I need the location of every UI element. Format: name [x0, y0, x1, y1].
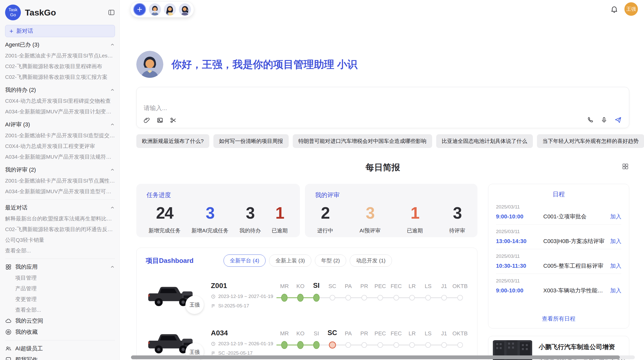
member-avatar-2[interactable]: [164, 3, 176, 16]
section-title: Agent已办 (3): [5, 41, 39, 49]
join-link[interactable]: 加入: [610, 237, 621, 245]
stat-label: 进行中: [317, 227, 333, 234]
sidebar-item[interactable]: Z001-全新燃油轻卡产品开发项目SI造型提交物评审: [5, 130, 115, 141]
sidebar-item[interactable]: Z001-全新燃油轻卡产品开发项目SI节点属性5D文件评审: [5, 175, 115, 186]
milestone-LR: LR: [404, 280, 420, 303]
suggestion-chip[interactable]: 比亚迪全固态电池计划具体说了什么: [436, 134, 533, 148]
sidebar-item-cloud-space[interactable]: 我的云空间: [5, 315, 115, 326]
sidebar-item[interactable]: 解释最新出台的欧盟报废车法规再生塑料比例被调至15%...: [5, 213, 115, 224]
stat-value: 3: [192, 204, 229, 222]
section-title: 最近对话: [5, 204, 27, 212]
paperclip-icon[interactable]: [143, 117, 150, 124]
sidebar-item[interactable]: Z001-全新燃油皮卡产品开发项目SI节点Lesson Learn报告: [5, 50, 115, 61]
member-avatar-3[interactable]: [179, 3, 191, 16]
clock-icon: [211, 341, 216, 346]
sidebar-item[interactable]: C02-飞腾新能源轻客改款项目立项汇报方案: [5, 72, 115, 82]
join-link[interactable]: 加入: [610, 213, 621, 220]
join-link[interactable]: 加入: [610, 287, 621, 294]
milestone-label: LS: [425, 328, 432, 340]
tab-new-platform[interactable]: 全新平台 (4): [224, 254, 266, 267]
project-dates: 2023-12-19 ~ 2026-01-19: [211, 341, 274, 347]
milestone-label: SI: [314, 328, 319, 340]
section-header-my-review[interactable]: 我的评审 (2): [5, 164, 115, 175]
bell-icon[interactable]: [610, 5, 618, 13]
stat-ai-prereview: 3 AI预评审: [359, 204, 380, 234]
horizontal-scrollbar[interactable]: [131, 355, 635, 359]
section-header-my-todo[interactable]: 我的待办 (2): [5, 84, 115, 96]
scissors-icon[interactable]: [170, 117, 177, 124]
suggestion-chip[interactable]: 特朗普可能对进口汽车增税会对中国车企造成哪些影响: [293, 134, 432, 148]
sidebar-item[interactable]: 公司Q3轻卡销量: [5, 235, 115, 245]
send-icon[interactable]: [614, 116, 622, 124]
section-my-review: 我的评审 (2) Z001-全新燃油轻卡产品开发项目SI节点属性5D文件评审 A…: [5, 164, 115, 197]
view-all-schedules-link[interactable]: 查看所有日程: [496, 312, 621, 324]
stat-pending-review: 3 待评审: [449, 204, 465, 234]
section-header-agent-done[interactable]: Agent已办 (3): [5, 39, 115, 50]
stat-label: AI预评审: [359, 227, 380, 234]
schedule-card: 日程 2025/03/11 9:00-10:00 C001-立项审批会 加入 2…: [488, 184, 629, 328]
section-my-todo: 我的待办 (2) C0X4-动力总成开发项目SI里程碑提交物检查 A034-全新…: [5, 84, 115, 117]
user-avatar[interactable]: 王强: [624, 2, 638, 16]
section-header-ai-review[interactable]: AI评审 (3): [5, 119, 115, 130]
member-avatar-1[interactable]: [149, 3, 161, 16]
suggestion-chip[interactable]: 当下年轻人对汽车外观有怎样的喜好趋势: [537, 134, 644, 148]
scrollbar-thumb[interactable]: [131, 355, 620, 359]
sidebar-item-help-write[interactable]: 帮我写作: [5, 354, 115, 360]
collapse-sidebar-icon[interactable]: [108, 9, 115, 16]
milestone-label: SC: [328, 280, 336, 293]
phone-icon[interactable]: [587, 116, 594, 124]
milestone-label: FEC: [391, 328, 402, 340]
project-row-z001[interactable]: 王强 Z001 2023-12-19 ~ 2027-01-19 SI-2025-…: [146, 276, 468, 314]
card-title: 任务进度: [147, 191, 290, 199]
briefing-right-column: 日程 2025/03/11 9:00-10:00 C001-立项审批会 加入 2…: [488, 184, 629, 360]
sidebar-item[interactable]: A034-全新新能源MUV产品开发项目法规符合性评审: [5, 152, 115, 162]
new-chat-button[interactable]: + 新对话: [5, 25, 115, 37]
sidebar-item[interactable]: C02-飞腾新能源轻客改款项目里程碑画布: [5, 61, 115, 72]
milestone-label: KO: [296, 280, 304, 293]
sidebar-item-product-mgmt[interactable]: 产品管理: [5, 283, 115, 294]
tab-powertrain[interactable]: 动总开发 (1): [350, 254, 392, 267]
my-apps-label: 我的应用: [15, 263, 106, 271]
layout-grid-icon[interactable]: [622, 163, 629, 170]
image-icon[interactable]: [156, 117, 164, 124]
project-dates: 2023-12-19 ~ 2027-01-19: [211, 294, 274, 299]
chevron-up-icon: [110, 264, 115, 269]
schedule-time: 13:00-14:30: [496, 238, 537, 245]
sidebar-item-my-apps[interactable]: 我的应用: [5, 261, 115, 273]
sidebar-item[interactable]: A034-全新新能源MUV产品开发项目计划变更表编写: [5, 106, 115, 117]
schedule-name: C003|H0B-方案冻结评审: [543, 237, 606, 245]
sidebar-item-project-mgmt[interactable]: 项目管理: [5, 273, 115, 283]
milestone-dot: [361, 342, 367, 348]
suggestion-chip[interactable]: 欧洲新规最近颁布了什么?: [136, 134, 209, 148]
milestone-dot: [361, 295, 367, 301]
tab-new-body[interactable]: 全新上装 (3): [269, 254, 311, 267]
mic-icon[interactable]: [601, 116, 608, 124]
sidebar-item[interactable]: A034-全新新能源MUV产品开发项目造型可行性评审: [5, 186, 115, 197]
sidebar-item[interactable]: C02-飞腾新能源轻客改款项目的闭环通告反馈情况: [5, 224, 115, 235]
tab-year-model[interactable]: 年型 (2): [315, 254, 346, 267]
stat-label: 我的待办: [239, 227, 261, 234]
sidebar-divider: [5, 259, 115, 259]
view-all-apps-link[interactable]: 查看全部...: [5, 305, 115, 315]
sidebar-item-change-mgmt[interactable]: 变更管理: [5, 294, 115, 305]
milestone-label: OKTB: [452, 280, 468, 293]
suggestion-chip[interactable]: 如何写一份清晰的项目周报: [213, 134, 289, 148]
section-header-recent-chats[interactable]: 最近对话: [5, 202, 115, 213]
sidebar-item[interactable]: C0X4-动力总成开发项目工程变更评审: [5, 141, 115, 152]
join-link[interactable]: 加入: [610, 262, 621, 270]
project-row-a034[interactable]: 王强 A034 2023-12-19 ~ 2026-01-19 SC -2025…: [146, 324, 468, 360]
milestone-dot: [313, 341, 319, 349]
project-info: Z001 2023-12-19 ~ 2027-01-19 SI-2025-05-…: [211, 282, 274, 309]
people-icon: [5, 345, 12, 352]
chat-input-box[interactable]: 请输入...: [136, 87, 629, 128]
dashboard-header: 项目Dashboard 全新平台 (4) 全新上装 (3) 年型 (2) 动总开…: [146, 254, 468, 267]
milestone-LR: LR: [404, 328, 420, 350]
add-member-button[interactable]: [133, 3, 146, 16]
sidebar-item[interactable]: C0X4-动力总成开发项目SI里程碑提交物检查: [5, 96, 115, 106]
sidebar-item-ai-staff[interactable]: AI超级员工: [5, 343, 115, 354]
view-all-chats-link[interactable]: 查看全部...: [5, 245, 115, 256]
milestone-dot: [345, 342, 351, 348]
project-name: A034: [211, 329, 274, 337]
sidebar-item-favorites[interactable]: 我的收藏: [5, 326, 115, 338]
stat-label: 新增完成任务: [149, 227, 181, 234]
